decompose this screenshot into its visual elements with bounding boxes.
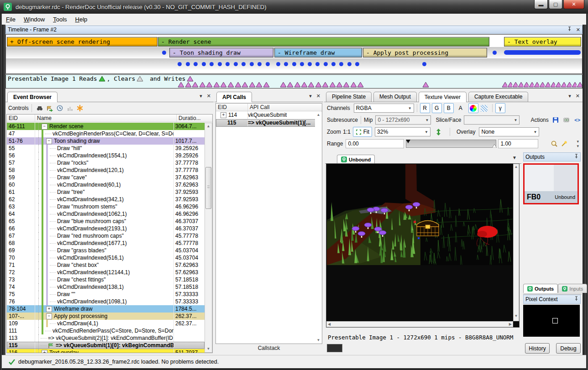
minimize-button[interactable]: ▬ <box>534 0 548 9</box>
viewport-hscroll[interactable]: ◀▶ <box>326 321 513 327</box>
colorwheel-icon[interactable] <box>468 103 478 113</box>
timeline-canvas[interactable]: + Off-screen scene rendering- Render sce… <box>5 34 583 74</box>
save-icon[interactable] <box>551 115 561 125</box>
event-row-47[interactable]: 47vkCmdBeginRenderPass(C=Clear, D=Clear,… <box>7 130 205 137</box>
event-row-56[interactable]: 56vkCmdDrawIndexed(1554,1)39.25926 <box>7 152 205 159</box>
timeline-bar-wireframe[interactable]: - Wireframe draw <box>274 48 362 57</box>
expander-icon[interactable]: + <box>42 350 47 353</box>
event-row-113[interactable]: 113=> vkQueueSubmit(2)[1]: vkEndCommandB… <box>7 334 205 342</box>
range-slider[interactable] <box>406 140 496 148</box>
event-row-107-...[interactable]: 107-...−Apply post processing262.37... <box>7 313 205 320</box>
range-max-input[interactable]: 1.00 <box>498 139 538 148</box>
zoom-fit-button[interactable]: Fit <box>353 127 372 137</box>
zoom-combo[interactable]: 32%▼ <box>375 127 430 136</box>
event-row-73[interactable]: 73Draw "chest fittings"57.18518 <box>7 276 205 283</box>
event-row-46-111[interactable]: 46-111−Render scene3064.7... <box>7 123 205 130</box>
event-row-59[interactable]: 59Draw "cave"37.62963 <box>7 174 205 181</box>
event-browser-table[interactable]: EID Name Duratio... 46-111−Render scene3… <box>6 114 213 353</box>
mip-combo[interactable]: 0 - 1272x690▼ <box>375 115 431 125</box>
event-row-71[interactable]: 71Draw "chest box"57.62963 <box>7 261 205 269</box>
event-browser-close-icon[interactable]: ✕ <box>207 93 211 99</box>
tab-api-calls[interactable]: API Calls <box>216 92 252 102</box>
api-scroll-up-icon[interactable]: ▲ <box>315 112 322 118</box>
event-row-58[interactable]: 58vkCmdDrawIndexed(120,1)37.77778 <box>7 167 205 174</box>
autofit-wand-icon[interactable] <box>559 139 569 149</box>
timeline-pin-icon[interactable] <box>567 26 572 33</box>
api-calls-table[interactable]: EID API Call +114vkQueueSubmit115=> vkQu… <box>215 103 322 344</box>
callstack-label[interactable]: Callstack <box>215 345 323 353</box>
timeline-close-icon[interactable]: ✕ <box>576 27 580 33</box>
find-event-icon[interactable] <box>35 103 45 113</box>
channel-a-button[interactable]: A <box>456 103 466 113</box>
bookmark-icon[interactable] <box>75 103 85 113</box>
pixel-context-view[interactable] <box>523 305 580 337</box>
expander-icon[interactable]: − <box>46 138 52 144</box>
event-row-72[interactable]: 72vkCmdDrawIndexed(12144,1)57.62963 <box>7 269 205 276</box>
tab-event-browser[interactable]: Event Browser <box>7 92 58 102</box>
tab-mesh-output[interactable]: Mesh Output <box>373 92 417 102</box>
expander-icon[interactable]: + <box>220 112 226 118</box>
link-icon[interactable] <box>562 115 572 125</box>
event-row-68[interactable]: 68vkCmdDrawIndexed(1677,1)45.77778 <box>7 240 205 247</box>
api-calls-dropdown-icon[interactable]: ▾ <box>309 93 312 99</box>
event-browser-dropdown-icon[interactable]: ▾ <box>200 93 202 99</box>
timeline-bar-post-processing[interactable]: - Apply post processing <box>363 48 487 57</box>
timeline-panel-header[interactable]: Timeline - Frame #2 ✕ <box>5 26 583 34</box>
event-row-78-104[interactable]: 78-104+Wireframe draw1784.5... <box>7 305 205 313</box>
api-row-114[interactable]: +114vkQueueSubmit <box>216 111 322 119</box>
event-row-60[interactable]: 60vkCmdDrawIndexed(60,1)37.62963 <box>7 181 205 188</box>
tab-texture-viewer[interactable]: Texture Viewer <box>419 92 467 102</box>
event-row-115[interactable]: 115=> vkQueueSubmit(1)[0]: vkBeginComman… <box>7 342 205 349</box>
event-row-76[interactable]: 76vkCmdDrawIndexed(1098,1)57.33333 <box>7 298 205 305</box>
event-row-62[interactable]: 62vkCmdDrawIndexed(342,1)37.92593 <box>7 196 205 203</box>
event-browser-scroll-thumb[interactable] <box>205 167 211 209</box>
event-row-75[interactable]: 75Draw ""57.33333 <box>7 291 205 298</box>
event-row-111[interactable]: 111vkCmdEndRenderPass(C=Store, D=Store, … <box>7 327 205 334</box>
event-row-55[interactable]: 55Draw "hill"39.25926 <box>7 145 205 152</box>
timeline-bar-offscreen[interactable]: + Off-screen scene rendering <box>7 37 158 47</box>
zoom-range-icon[interactable] <box>549 139 559 149</box>
event-row-57[interactable]: 57Draw "rocks"37.77778 <box>7 159 205 167</box>
tab-pipeline-state[interactable]: Pipeline State <box>326 92 372 102</box>
event-row-67[interactable]: 67Draw "red mushroom caps"45.77778 <box>7 232 205 240</box>
texture-viewport[interactable]: ◀▶ ▲▼ <box>326 163 520 328</box>
event-row-69[interactable]: 69Draw "grass blades"45.03704 <box>7 247 205 254</box>
gamma-button[interactable]: γ <box>495 103 505 113</box>
timeline-bar-text-overlay[interactable]: - Text overlay <box>504 37 581 47</box>
scroll-up-icon[interactable]: ▲ <box>205 123 212 130</box>
goto-resource-icon[interactable]: <> <box>572 115 583 125</box>
flip-y-icon[interactable] <box>433 127 443 137</box>
event-row-66[interactable]: 66vkCmdDrawIndexed(2193,1)46.37037 <box>7 225 205 232</box>
expander-icon[interactable]: − <box>42 124 47 130</box>
overflow-chevron-icon[interactable]: ▾▾ <box>577 139 579 148</box>
viewport-vscroll[interactable]: ▲▼ <box>513 164 519 321</box>
event-row-70[interactable]: 70vkCmdDrawIndexed(516,1)45.03704 <box>7 254 205 261</box>
api-calls-scrollbar[interactable]: ▲ ▼ <box>315 112 322 344</box>
menu-window[interactable]: Window <box>20 15 49 24</box>
texture-viewer-dropdown-icon[interactable]: ▾ <box>568 93 571 99</box>
api-calls-close-icon[interactable]: ✕ <box>316 93 320 99</box>
event-row-61[interactable]: 61Draw "tree"37.92593 <box>7 188 205 196</box>
menu-help[interactable]: Help <box>71 15 92 24</box>
menu-file[interactable]: File <box>2 15 20 24</box>
slice-combo[interactable]: ▼ <box>464 115 520 125</box>
event-row-74[interactable]: 74vkCmdDrawIndexed(138,1)57.18518 <box>7 283 205 291</box>
api-scroll-down-icon[interactable]: ▼ <box>315 337 322 344</box>
outputs-pin-icon[interactable] <box>574 154 578 160</box>
goto-event-icon[interactable] <box>45 103 55 113</box>
overlay-combo[interactable]: None▼ <box>479 127 539 136</box>
api-row-115[interactable]: 115=> vkQueueSubmit(1)[... <box>216 119 322 127</box>
checkerboard-icon[interactable] <box>479 103 489 113</box>
event-row-51-76[interactable]: 51-76−Toon shading draw1017.7... <box>7 137 205 145</box>
channels-combo[interactable]: RGBA▼ <box>354 104 414 113</box>
timeline-bar-render-scene[interactable]: - Render scene <box>158 37 489 47</box>
zoom-1to1-button[interactable]: 1:1 <box>341 127 353 137</box>
tab-outputs[interactable]: Outputs <box>523 284 558 293</box>
channel-g-button[interactable]: G <box>432 103 442 113</box>
time-events-icon[interactable] <box>55 103 65 113</box>
maximize-button[interactable]: ▢ <box>549 0 562 9</box>
texture-viewer-close-icon[interactable]: ✕ <box>576 93 580 99</box>
event-row-64[interactable]: 64vkCmdDrawIndexed(1062,1)46.96296 <box>7 210 205 218</box>
event-row-65[interactable]: 65Draw "blue mushroom caps"46.37037 <box>7 218 205 225</box>
preview-dropdown-icon[interactable]: ▼ <box>512 155 517 160</box>
